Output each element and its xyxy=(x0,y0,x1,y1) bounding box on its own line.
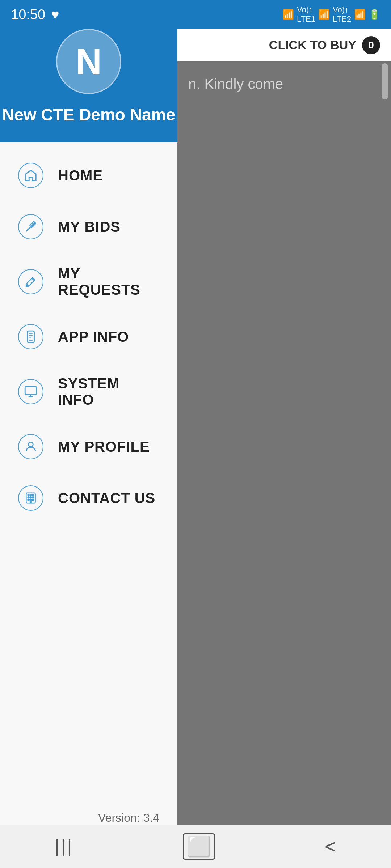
navigation-drawer: N New CTE Demo Name HOME MY BIDS xyxy=(0,0,177,868)
edit-icon xyxy=(24,275,38,289)
status-right-icons: 📶 Vo)↑LTE1 📶 Vo)↑LTE2 📶 🔋 xyxy=(282,5,380,24)
nav-menu-button[interactable]: ||| xyxy=(55,836,73,857)
battery-icon: 🔋 xyxy=(369,9,380,20)
signal-bar1-icon: 📶 xyxy=(318,9,330,20)
sidebar-item-app-info-label: APP INFO xyxy=(58,329,129,345)
bids-icon-circle xyxy=(18,214,43,239)
sidebar-item-contact-us-label: CONTACT US xyxy=(58,490,155,506)
signal-lte2-icon: Vo)↑LTE2 xyxy=(333,5,351,24)
my-profile-icon-circle xyxy=(18,434,43,459)
home-icon xyxy=(24,169,38,182)
svg-point-22 xyxy=(30,499,31,501)
svg-point-17 xyxy=(32,494,34,496)
gavel-icon xyxy=(24,220,38,234)
home-icon-circle xyxy=(18,163,43,188)
avatar-letter: N xyxy=(76,41,102,82)
drawer-menu: HOME MY BIDS MY xyxy=(0,142,177,804)
phone-grid-icon xyxy=(24,491,38,505)
wifi-icon: 📶 xyxy=(282,9,294,20)
svg-point-24 xyxy=(30,501,31,503)
svg-rect-11 xyxy=(25,387,37,395)
click-to-buy-button[interactable]: CLICK TO BUY 0 xyxy=(269,36,380,54)
sidebar-item-my-requests-label: MY REQUESTS xyxy=(58,265,159,298)
background-text: n. Kindly come xyxy=(177,61,391,107)
svg-point-16 xyxy=(30,494,31,496)
sidebar-item-contact-us[interactable]: CONTACT US xyxy=(0,472,177,524)
nav-home-button[interactable]: ⬜ xyxy=(183,833,215,860)
sidebar-item-my-bids-label: MY BIDS xyxy=(58,219,121,235)
nav-bar: ||| ⬜ < xyxy=(0,825,391,868)
status-bar: 10:50 ♥ 📶 Vo)↑LTE1 📶 Vo)↑LTE2 📶 🔋 xyxy=(0,0,391,29)
svg-point-21 xyxy=(28,499,29,501)
smartphone-icon xyxy=(24,330,38,344)
sidebar-item-home[interactable]: HOME xyxy=(0,150,177,201)
signal-lte1-icon: Vo)↑LTE1 xyxy=(297,5,315,24)
sidebar-item-app-info[interactable]: APP INFO xyxy=(0,311,177,362)
svg-rect-6 xyxy=(28,331,34,342)
buy-count-badge: 0 xyxy=(362,36,380,54)
heart-icon: ♥ xyxy=(51,7,59,22)
svg-point-19 xyxy=(30,497,31,498)
nav-back-button[interactable]: < xyxy=(325,835,336,858)
svg-point-23 xyxy=(32,499,34,501)
sidebar-item-my-profile[interactable]: MY PROFILE xyxy=(0,421,177,472)
sidebar-item-my-profile-label: MY PROFILE xyxy=(58,439,150,455)
signal-bar2-icon: 📶 xyxy=(354,9,366,20)
status-time-group: 10:50 ♥ xyxy=(11,7,59,22)
contact-us-icon-circle xyxy=(18,485,43,511)
time-display: 10:50 xyxy=(11,7,45,22)
sidebar-item-my-requests[interactable]: MY REQUESTS xyxy=(0,252,177,311)
signal-icons: 📶 Vo)↑LTE1 📶 Vo)↑LTE2 📶 🔋 xyxy=(282,5,380,24)
sidebar-item-home-label: HOME xyxy=(58,167,103,184)
sidebar-item-my-bids[interactable]: MY BIDS xyxy=(0,201,177,252)
user-icon xyxy=(24,440,38,454)
svg-point-15 xyxy=(28,494,29,496)
user-name: New CTE Demo Name xyxy=(2,105,175,124)
app-info-icon-circle xyxy=(18,324,43,349)
sidebar-item-system-info-label: SYSTEM INFO xyxy=(58,375,159,408)
scrollbar-hint xyxy=(382,63,388,99)
click-to-buy-label: CLICK TO BUY xyxy=(269,38,356,52)
avatar: N xyxy=(56,29,121,94)
monitor-icon xyxy=(24,385,38,399)
svg-point-14 xyxy=(29,442,33,447)
right-panel: 🔍 CLICK TO BUY 0 n. Kindly come xyxy=(177,0,391,825)
click-to-buy-bar[interactable]: CLICK TO BUY 0 xyxy=(177,29,391,61)
svg-point-20 xyxy=(32,497,34,498)
svg-point-18 xyxy=(28,497,29,498)
system-info-icon-circle xyxy=(18,379,43,404)
sidebar-item-system-info[interactable]: SYSTEM INFO xyxy=(0,362,177,421)
requests-icon-circle xyxy=(18,269,43,294)
